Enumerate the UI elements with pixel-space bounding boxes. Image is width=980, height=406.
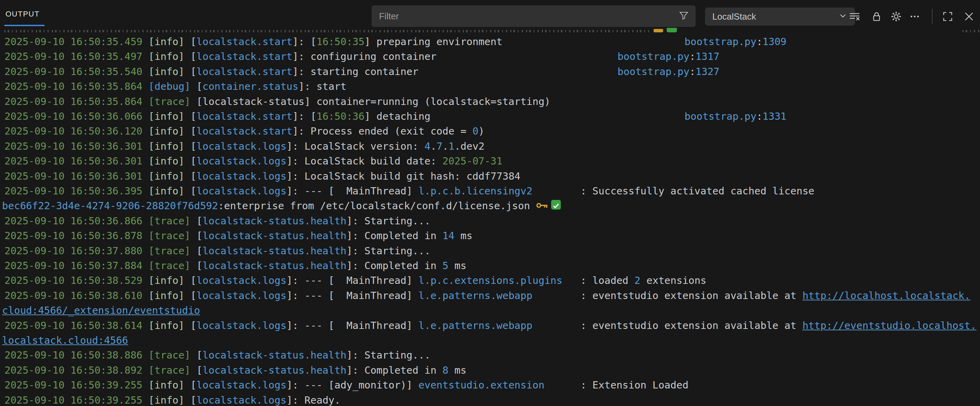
log-text-segment: localstack.logs — [197, 379, 286, 391]
log-text-segment: [ — [190, 245, 202, 257]
log-text-segment: 2025-09-10 16:50:36.866 — [5, 215, 148, 227]
source-location-segment: bootstrap.py — [617, 51, 690, 62]
log-text-segment: localstack-status.health — [202, 230, 346, 241]
log-text-segment: localstack.start — [197, 110, 293, 122]
log-row: 2025-09-10 16:50:35.864 [debug] [contain… — [5, 79, 980, 94]
source-location-link[interactable]: bootstrap.py:1317 — [617, 49, 719, 64]
log-row: 2025-09-10 16:50:36.866 [trace] [localst… — [5, 214, 980, 229]
log-text-segment: [ — [185, 185, 197, 197]
tab-output[interactable]: OUTPUT — [5, 10, 40, 19]
log-text-segment: [ — [190, 80, 202, 92]
log-link[interactable]: localstack.cloud:4566 — [2, 334, 128, 346]
log-row: 2025-09-10 16:50:37.880 [trace] [localst… — [5, 244, 980, 258]
log-text-segment: ]: LocalStack version: — [286, 141, 425, 152]
log-text-segment: [ — [185, 379, 197, 391]
log-text-segment: ] preparing environment — [364, 36, 503, 48]
log-row: 2025-09-10 16:50:36.301 [info] [localsta… — [5, 139, 980, 154]
log-text-segment: [info] — [148, 185, 185, 197]
log-text-segment: ]: Completed in — [346, 230, 442, 241]
log-text-segment: [ — [185, 110, 197, 122]
log-text-segment: 2025-09-10 16:50:35.497 — [5, 51, 148, 62]
log-text-segment: ]: LocalStack build git hash: cddf77384 — [286, 170, 520, 182]
log-text-segment: [ — [185, 394, 197, 406]
log-text-segment: [ — [185, 125, 197, 137]
log-text-segment: [trace] — [148, 260, 190, 272]
log-text-segment: [ — [185, 141, 197, 152]
log-text-segment: ]: configuring container — [293, 51, 436, 62]
log-text-segment: ]: Starting... — [346, 245, 430, 257]
log-text-segment: localstack.logs — [197, 290, 286, 301]
log-text-segment: [ — [185, 155, 197, 167]
log-text-segment: ]: Ready. — [286, 394, 340, 406]
log-text-segment: ]: LocalStack build date: — [286, 155, 442, 167]
log-text-segment: bec66f22-3d4e-4274-9206-28820f76d592 — [2, 200, 218, 212]
log-row: 2025-09-10 16:50:39.255 [info] [localsta… — [5, 393, 980, 406]
log-text-segment: [trace] — [148, 364, 190, 376]
log-text-segment: [localstack-status] container=running (l… — [190, 96, 550, 107]
log-text-segment: [trace] — [148, 215, 190, 227]
log-text-segment: 2025-09-10 16:50:39.255 — [5, 394, 148, 406]
log-text-segment: [trace] — [148, 96, 190, 107]
source-location-link[interactable]: bootstrap.py:1327 — [617, 64, 719, 79]
log-text-segment: 2025-09-10 16:50:36.395 — [5, 185, 148, 197]
source-location-segment: : — [690, 51, 695, 62]
log-row: 2025-09-10 16:50:35.459 [info] [localsta… — [5, 34, 980, 49]
log-text-segment: 2025-09-10 16:50:36.301 — [5, 155, 148, 167]
log-text-segment: ]: Completed in — [346, 260, 442, 272]
log-row: cloud:4566/_extension/eventstudio — [2, 303, 980, 318]
source-location-link[interactable]: bootstrap.py:1331 — [684, 109, 786, 124]
log-text-segment: [trace] — [148, 349, 190, 361]
log-text-segment: l.e.patterns.webapp — [418, 290, 533, 301]
log-text-segment: 0 — [473, 125, 478, 137]
log-link[interactable]: http://eventstudio.localhost. — [802, 320, 976, 331]
log-text-segment: localstack.logs — [197, 155, 286, 167]
log-text-segment: 2025-09-10 16:50:37.880 — [5, 245, 148, 257]
log-row: 2025-09-10 16:50:38.529 [info] [localsta… — [5, 273, 980, 288]
log-text-segment: 2025-09-10 16:50:35.459 — [5, 36, 148, 48]
log-text-segment: ]: --- [ MainThread] — [286, 185, 418, 197]
log-text-segment: 16:50:36 — [317, 110, 364, 122]
log-text-segment: 2025-09-10 16:50:36.878 — [5, 230, 148, 241]
log-text-segment: [ — [190, 215, 202, 227]
log-text-segment: 2025-09-10 16:50:38.614 — [5, 320, 148, 331]
log-link[interactable]: http://localhost.localstack. — [802, 290, 970, 301]
source-location-segment: 1327 — [695, 66, 719, 77]
log-text-segment: [ — [185, 320, 197, 331]
log-text-segment: [trace] — [148, 230, 190, 241]
output-log[interactable]: 2025-09-10 16:50:35.459 [info] [localsta… — [0, 29, 980, 406]
log-text-segment: localstack.logs — [197, 320, 286, 331]
log-text-segment: localstack.logs — [197, 170, 286, 182]
log-text-segment: 2025-09-10 16:50:38.886 — [5, 349, 148, 361]
log-text-segment: 5 — [442, 260, 449, 272]
log-text-segment: :enterprise from /etc/localstack/conf.d/… — [218, 200, 536, 212]
log-text-segment: [ — [185, 275, 197, 286]
log-text-segment: : eventstudio extension available at — [532, 290, 802, 301]
log-text-segment: 16:50:35 — [317, 36, 364, 48]
log-row: 2025-09-10 16:50:35.864 [trace] [localst… — [5, 94, 980, 109]
log-text-segment: : Extension Loaded — [544, 379, 688, 391]
key-icon-fragment — [654, 29, 663, 32]
source-location-segment: bootstrap.py — [684, 110, 757, 122]
log-link[interactable]: cloud:4566/_extension/eventstudio — [2, 305, 200, 316]
log-text-segment: l.e.patterns.webapp — [418, 320, 533, 331]
source-location-link[interactable]: bootstrap.py:1309 — [684, 34, 786, 49]
log-text-segment: [ — [185, 51, 197, 62]
source-location-segment: 1309 — [762, 36, 786, 48]
log-text-segment: [ — [185, 170, 197, 182]
log-text-segment: ms — [449, 364, 466, 376]
log-text-segment: extensions — [641, 275, 706, 286]
log-text-segment: ]: --- [ MainThread] — [286, 290, 418, 301]
log-text-segment: localstack.start — [197, 66, 293, 77]
log-text-segment: 2025-09-10 16:50:35.540 — [5, 66, 148, 77]
log-text-segment: l.p.c.b.licensingv2 — [418, 185, 533, 197]
log-text-segment: ] detaching — [364, 110, 431, 122]
log-text-segment: [info] — [148, 110, 185, 122]
check-icon-fragment — [667, 28, 677, 32]
log-row: 2025-09-10 16:50:36.395 [info] [localsta… — [5, 184, 980, 198]
log-text-segment: 2025-07-31 — [442, 155, 503, 167]
log-text-segment: ]: --- [ MainThread] — [286, 275, 418, 286]
log-text-segment: 2 — [634, 275, 640, 286]
log-text-segment: : Successfully activated cached license — [532, 185, 815, 197]
log-row: 2025-09-10 16:50:37.884 [trace] [localst… — [5, 258, 980, 273]
log-text-segment: ]: Completed in — [346, 364, 442, 376]
